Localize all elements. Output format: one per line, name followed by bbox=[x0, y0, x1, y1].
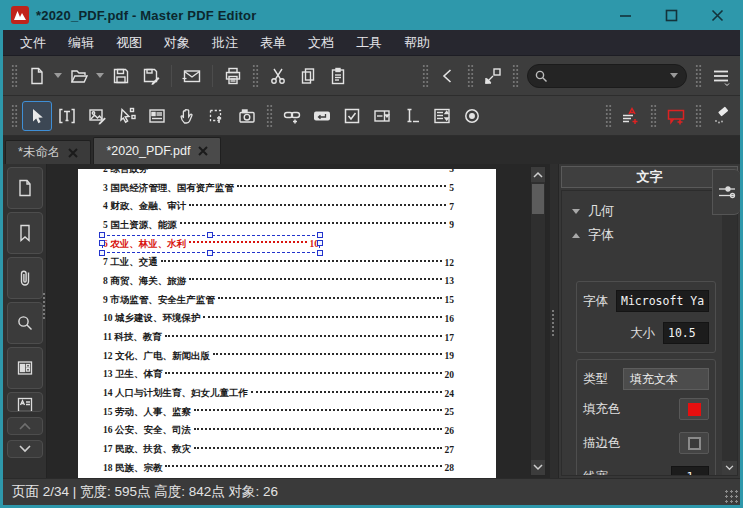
pdf-page[interactable]: 2 综合政务33 国民经济管理、国有资产监管54 财政、金融、审计75 国土资源… bbox=[78, 169, 496, 478]
tab-untitled[interactable]: *未命名 bbox=[5, 140, 91, 164]
save-button[interactable] bbox=[106, 61, 136, 91]
maximize-button[interactable] bbox=[648, 0, 694, 30]
selection-handle-se[interactable] bbox=[317, 250, 323, 256]
attachments-panel-button[interactable] bbox=[7, 257, 43, 299]
toc-row[interactable]: 2 综合政务3 bbox=[103, 169, 454, 179]
tab-2020-pdf[interactable]: *2020_PDF.pdf bbox=[93, 137, 221, 164]
menu-view[interactable]: 视图 bbox=[105, 30, 153, 55]
toc-row[interactable]: 12 文化、广电、新闻出版19 bbox=[103, 347, 454, 366]
snapshot-tool[interactable] bbox=[232, 101, 262, 131]
fill-color-button[interactable] bbox=[679, 398, 709, 420]
text-type-dropdown[interactable]: 填充文本 bbox=[623, 368, 709, 390]
paste-button[interactable] bbox=[323, 61, 353, 91]
toc-row[interactable]: 17 民政、扶贫、救灾27 bbox=[103, 440, 454, 459]
form-fields-panel-button[interactable] bbox=[7, 347, 43, 389]
button-field-tool[interactable] bbox=[307, 101, 337, 131]
scroll-up-arrow[interactable] bbox=[531, 167, 545, 182]
email-button[interactable] bbox=[177, 61, 207, 91]
toc-row[interactable]: 18 民族、宗教28 bbox=[103, 459, 454, 478]
callout-annotation-tool[interactable] bbox=[661, 101, 691, 131]
selection-handle-nw[interactable] bbox=[99, 232, 105, 238]
toolbar-grip[interactable] bbox=[422, 64, 429, 88]
edit-text-tool[interactable] bbox=[52, 101, 82, 131]
select-region-tool[interactable] bbox=[202, 101, 232, 131]
toc-row[interactable]: 14 人口与计划生育、妇女儿童工作24 bbox=[103, 384, 454, 403]
toc-row[interactable]: 9 市场监管、安全生产监管15 bbox=[103, 291, 454, 310]
section-font[interactable]: 字体 bbox=[572, 223, 718, 247]
menu-help[interactable]: 帮助 bbox=[393, 30, 441, 55]
panel-splitter[interactable] bbox=[550, 164, 558, 478]
back-button[interactable] bbox=[433, 61, 463, 91]
toc-row[interactable]: 11 科技、教育17 bbox=[103, 328, 454, 347]
toolbar-grip[interactable] bbox=[695, 104, 702, 128]
toc-row[interactable]: 3 国民经济管理、国有资产监管5 bbox=[103, 179, 454, 198]
search-input[interactable] bbox=[548, 69, 668, 83]
selection-handle-e[interactable] bbox=[317, 240, 323, 246]
menu-document[interactable]: 文档 bbox=[297, 30, 345, 55]
scroll-down-arrow[interactable] bbox=[531, 460, 545, 475]
menu-forms[interactable]: 表单 bbox=[249, 30, 297, 55]
bookmarks-panel-button[interactable] bbox=[7, 212, 43, 254]
section-geometry[interactable]: 几何 bbox=[572, 199, 718, 223]
menu-edit[interactable]: 编辑 bbox=[57, 30, 105, 55]
selection-handle-s[interactable] bbox=[207, 250, 213, 256]
radio-field-tool[interactable] bbox=[457, 101, 487, 131]
edit-path-tool[interactable] bbox=[112, 101, 142, 131]
properties-flyout-tab[interactable] bbox=[712, 169, 740, 215]
new-document-dropdown-caret[interactable] bbox=[54, 73, 62, 78]
text-field-tool[interactable] bbox=[397, 101, 427, 131]
cut-button[interactable] bbox=[263, 61, 293, 91]
panel-scroll-down-arrow[interactable] bbox=[722, 461, 737, 475]
edit-forms-tool[interactable] bbox=[142, 101, 172, 131]
tab-close-icon[interactable] bbox=[198, 146, 208, 156]
stroke-color-button[interactable] bbox=[679, 432, 709, 454]
minimize-button[interactable] bbox=[602, 0, 648, 30]
page-thumbnails-panel-button[interactable] bbox=[7, 167, 43, 209]
listbox-field-tool[interactable] bbox=[427, 101, 457, 131]
toc-row[interactable]: 8 商贸、海关、旅游13 bbox=[103, 272, 454, 291]
search-box[interactable] bbox=[527, 64, 687, 88]
font-name-input[interactable] bbox=[616, 290, 709, 312]
toolbar-grip[interactable] bbox=[467, 64, 474, 88]
menu-tools[interactable]: 工具 bbox=[345, 30, 393, 55]
sidebar-scroll-up-button[interactable] bbox=[7, 417, 43, 435]
font-size-input[interactable] bbox=[663, 322, 709, 344]
document-scrollbar[interactable] bbox=[530, 166, 546, 476]
line-width-input[interactable] bbox=[671, 466, 709, 476]
eraser-tool[interactable] bbox=[706, 101, 736, 131]
fit-window-button[interactable] bbox=[478, 61, 508, 91]
copy-button[interactable] bbox=[293, 61, 323, 91]
edit-image-tool[interactable] bbox=[82, 101, 112, 131]
selection-handle-w[interactable] bbox=[99, 240, 105, 246]
toc-row[interactable]: 13 卫生、体育20 bbox=[103, 366, 454, 385]
scrollbar-thumb[interactable] bbox=[532, 184, 544, 214]
selection-handle-ne[interactable] bbox=[317, 232, 323, 238]
toc-row[interactable]: 4 财政、金融、审计7 bbox=[103, 197, 454, 216]
toolbar-grip[interactable] bbox=[266, 104, 273, 128]
toolbar-grip[interactable] bbox=[11, 104, 18, 128]
search-dropdown-caret[interactable] bbox=[670, 73, 678, 78]
toolbar-grip[interactable] bbox=[252, 64, 259, 88]
resize-grip[interactable] bbox=[724, 489, 738, 503]
print-button[interactable] bbox=[218, 61, 248, 91]
toc-row[interactable]: 16 公安、安全、司法26 bbox=[103, 422, 454, 441]
text-annotation-tool[interactable] bbox=[616, 101, 646, 131]
panel-scrollbar[interactable] bbox=[722, 191, 737, 475]
add-link-tool[interactable] bbox=[277, 101, 307, 131]
document-view[interactable]: 2 综合政务33 国民经济管理、国有资产监管54 财政、金融、审计75 国土资源… bbox=[47, 164, 550, 478]
panel-splitter-grip[interactable] bbox=[551, 309, 556, 337]
sidebar-scroll-down-button[interactable] bbox=[7, 440, 43, 458]
toc-row[interactable]: 15 劳动、人事、监察25 bbox=[103, 403, 454, 422]
toc-row[interactable]: 7 工业、交通12 bbox=[103, 253, 454, 272]
toolbar-grip[interactable] bbox=[11, 64, 18, 88]
save-as-button[interactable] bbox=[136, 61, 166, 91]
toolbar-grip[interactable] bbox=[650, 104, 657, 128]
main-menu-button[interactable] bbox=[706, 61, 736, 91]
search-panel-button[interactable] bbox=[7, 302, 43, 344]
close-button[interactable] bbox=[694, 0, 740, 30]
menu-annotation[interactable]: 批注 bbox=[201, 30, 249, 55]
toc-row[interactable]: 6 农业、林业、水利10 bbox=[103, 235, 454, 254]
open-file-dropdown-caret[interactable] bbox=[96, 73, 104, 78]
toc-row[interactable]: 5 国土资源、能源9 bbox=[103, 216, 454, 235]
selected-text-object[interactable]: 6 农业、林业、水利10 bbox=[103, 236, 319, 252]
